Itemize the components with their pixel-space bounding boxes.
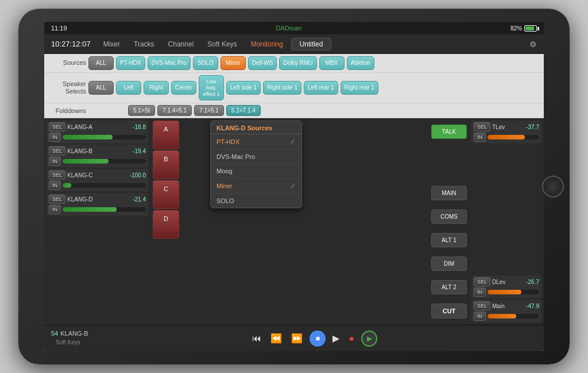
coms-btn[interactable]: COMS [431,209,467,224]
klang-c-in-btn[interactable]: IN [49,181,61,190]
spk-right-btn[interactable]: Right [144,81,169,95]
transport-fast-forward[interactable]: ⏩ [289,331,305,346]
dlev-value: -26.7 [526,279,539,285]
channel-klang-b: SEL KLANG-B -19.4 IN [47,145,148,168]
main-fader[interactable] [488,314,539,318]
source-pthdx-btn[interactable]: PT-HDX [116,56,145,70]
speaker-selects-label: SpeakerSelects [49,80,86,95]
dlev-in-btn[interactable]: IN [474,287,486,297]
main-in-btn[interactable]: IN [474,312,486,321]
dropdown-item-miner[interactable]: Miner ✓ [211,178,301,194]
dropdown-item-pthdx[interactable]: PT-HDX ✓ [211,134,301,150]
fold-7145-btn[interactable]: 7.1.4>5.1 [157,105,192,116]
klang-a-sel-btn[interactable]: SEL [49,122,65,131]
main-btn[interactable]: MAIN [431,186,467,200]
nav-softkeys[interactable]: Soft Keys [202,38,242,50]
fold-51st-btn[interactable]: 5.1>St [128,105,155,116]
klang-b-sel-btn[interactable]: SEL [49,146,65,156]
klang-b-fader[interactable] [63,159,146,164]
tlev-fader[interactable] [488,135,539,139]
klang-d-fader[interactable] [63,207,146,212]
tlev-label: TLev [492,124,524,130]
transport-stop[interactable]: ■ [310,331,326,347]
spk-rightrear1-btn[interactable]: Right rear 1 [341,81,378,95]
tlev-sel-btn[interactable]: SEL [474,122,490,131]
transport-to-start[interactable]: ⏮ [250,331,264,346]
battery-pct: 82% [510,25,522,32]
spk-all-btn[interactable]: ALL [88,81,114,95]
abcd-a-btn[interactable]: A [153,121,179,149]
transport-play[interactable]: ▶ [330,331,342,346]
dropdown-miner-check: ✓ [290,182,296,190]
spk-leftside1-btn[interactable]: Left side 1 [226,81,261,95]
nav-monitoring[interactable]: Monitoring [245,38,289,50]
nav-tracks[interactable]: Tracks [128,38,160,50]
klang-c-name: KLANG-C [67,172,128,178]
ipad-home-button[interactable] [542,176,564,197]
alt2-btn[interactable]: ALT 2 [431,280,467,294]
nav-untitled[interactable]: Untitled [291,38,332,50]
spk-leftrear1-btn[interactable]: Left rear 1 [304,81,338,95]
transport-play-green[interactable]: ▶ [361,331,377,347]
spk-center-btn[interactable]: Center [171,81,196,95]
fold-5171-btn[interactable]: 5.1>7.1.4 [226,105,261,116]
tlev-fader-fill [488,135,525,139]
abcd-c-btn[interactable]: C [153,180,179,209]
klang-a-in-btn[interactable]: IN [49,133,61,142]
klang-c-sel-btn[interactable]: SEL [49,170,65,180]
speaker-selects-row: SpeakerSelects ALL Left Right Center Low… [44,73,544,103]
ipad-device: 11:19 DADman 82% 10:27:12:07 Mixer Track… [18,9,570,364]
klang-c-fader[interactable] [63,183,146,188]
source-dellws-btn[interactable]: Dell-WS [248,56,277,70]
klang-b-level: -19.4 [133,148,146,154]
klang-d-sel-btn[interactable]: SEL [49,195,65,204]
source-all-btn[interactable]: ALL [88,56,114,70]
nav-channel[interactable]: Channel [163,38,200,50]
softkeys-label[interactable]: Soft Keys [51,338,88,347]
klang-d-in-btn[interactable]: IN [49,205,61,214]
klang-b-in-btn[interactable]: IN [49,157,61,166]
mixer-section: SEL KLANG-A -18.8 IN [44,118,544,325]
abcd-d-btn[interactable]: D [153,210,179,239]
dlev-sel-btn[interactable]: SEL [474,277,490,286]
fold-715-btn[interactable]: 7.1>5.1 [194,105,224,116]
dropdown-item-moog[interactable]: Moog [211,164,301,178]
spk-rightside1-btn[interactable]: Right side 1 [263,81,301,95]
spk-lfe1-btn[interactable]: Lowfreq.effect 1 [199,75,224,100]
source-ableton-btn[interactable]: Ableton [347,56,374,70]
nav-mixer[interactable]: Mixer [98,38,126,50]
folddowns-row: Folddowns 5.1>St 7.1.4>5.1 7.1>5.1 5.1>7… [44,103,544,118]
dropdown-pthdx-check: ✓ [290,138,296,146]
transport-rewind[interactable]: ⏪ [268,331,284,346]
transport-record[interactable]: ● [346,331,357,346]
cut-btn[interactable]: CUT [431,304,467,318]
alt1-btn[interactable]: ALT 1 [431,233,467,247]
main-sel-btn[interactable]: SEL [474,301,490,310]
right-controls-col: TALK MAIN COMS ALT 1 DIM ALT 2 CUT [429,118,469,325]
dlev-fader[interactable] [488,290,539,294]
dim-btn[interactable]: DIM [431,257,467,271]
battery-icon [524,25,537,32]
track-number: 54 [51,330,58,337]
main-content: Sources ALL PT-HDX DVS-Mac Pro SOLO Mine… [44,54,544,351]
transport-buttons: ⏮ ⏪ ⏩ ■ ▶ ● ▶ [250,331,377,347]
klang-a-fader[interactable] [63,135,146,139]
middle-space: KLANG-D Sources PT-HDX ✓ DVS-Mac Pro Moo… [180,118,429,325]
source-mbx-btn[interactable]: MBX [319,56,345,70]
source-miner-btn[interactable]: Miner [220,56,246,70]
source-dvs-btn[interactable]: DVS-Mac Pro [148,56,191,70]
sources-row: Sources ALL PT-HDX DVS-Mac Pro SOLO Mine… [44,54,544,73]
talk-btn[interactable]: TALK [431,125,467,139]
main-value: -47.9 [526,303,539,309]
dropdown-item-dvs[interactable]: DVS-Mac Pro [211,150,301,164]
abcd-b-btn[interactable]: B [153,150,179,179]
gear-icon[interactable]: ⚙ [529,40,537,49]
channel-klang-c: SEL KLANG-C -100.0 IN [47,169,148,192]
battery-fill [525,26,534,30]
dropdown-item-solo[interactable]: SOLO [211,194,301,208]
spk-left-btn[interactable]: Left [116,81,141,95]
source-solo-btn[interactable]: SOLO [193,56,218,70]
klang-a-fader-fill [63,135,113,139]
tlev-in-btn[interactable]: IN [474,133,486,142]
source-dolby-btn[interactable]: Dolby RMU [279,56,316,70]
